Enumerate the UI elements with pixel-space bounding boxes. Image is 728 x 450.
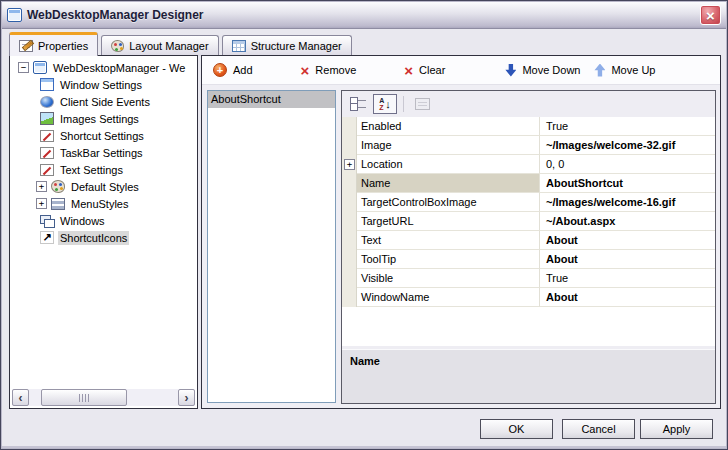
property-row-visible[interactable]: Visible True <box>342 269 715 288</box>
property-pages-button[interactable] <box>410 94 434 114</box>
form-edit-icon <box>40 130 54 142</box>
property-row-targeturl[interactable]: TargetURL ~/About.aspx <box>342 212 715 231</box>
tree-item-taskbar-settings[interactable]: TaskBar Settings <box>10 144 197 161</box>
property-value[interactable]: ~/About.aspx <box>540 212 715 231</box>
property-name[interactable]: Name <box>357 174 540 193</box>
property-row-tooltip[interactable]: ToolTip About <box>342 250 715 269</box>
property-value[interactable]: True <box>540 117 715 136</box>
move-up-button[interactable]: Move Up <box>590 62 659 79</box>
tree-item-root[interactable]: WebDesktopManager - We <box>10 59 197 76</box>
property-row-image[interactable]: Image ~/Images/welcome-32.gif <box>342 136 715 155</box>
move-down-button[interactable]: Move Down <box>501 62 584 79</box>
property-value[interactable]: About <box>540 231 715 250</box>
list-item-aboutshortcut[interactable]: AboutShortcut <box>208 91 335 108</box>
shortcuts-editor-panel: Add Remove Clear Move Down Move Up About… <box>201 55 721 409</box>
property-name[interactable]: Location <box>357 155 540 174</box>
tree-item-text-settings[interactable]: Text Settings <box>10 161 197 178</box>
property-name[interactable]: Image <box>357 136 540 155</box>
property-name[interactable]: TargetControlBoxImage <box>357 193 540 212</box>
remove-button[interactable]: Remove <box>297 61 361 80</box>
close-button[interactable] <box>700 5 721 25</box>
scrollbar-track[interactable] <box>29 389 178 406</box>
collapse-icon[interactable] <box>18 62 29 73</box>
expand-icon[interactable] <box>344 159 355 170</box>
property-name[interactable]: WindowName <box>357 288 540 307</box>
property-row-location[interactable]: Location 0, 0 <box>342 155 715 174</box>
app-window-icon <box>33 61 47 74</box>
alphabetical-sort-button[interactable] <box>373 94 397 114</box>
shortcut-arrow-icon <box>40 231 54 244</box>
property-value[interactable]: AboutShortcut <box>540 174 715 193</box>
tree-item-label: Default Styles <box>69 180 141 194</box>
property-name[interactable]: Visible <box>357 269 540 288</box>
property-row-windowname[interactable]: WindowName About <box>342 288 715 307</box>
property-row-text[interactable]: Text About <box>342 231 715 250</box>
ok-button[interactable]: OK <box>480 419 553 439</box>
collection-toolbar: Add Remove Clear Move Down Move Up <box>202 56 720 85</box>
move-up-label: Move Up <box>611 64 655 76</box>
tree-item-default-styles[interactable]: Default Styles <box>10 178 197 195</box>
property-row-name[interactable]: Name AboutShortcut <box>342 174 715 193</box>
property-pages-icon <box>415 98 430 110</box>
scroll-right-icon[interactable] <box>178 389 195 406</box>
toolbar-separator <box>403 96 404 112</box>
expand-icon[interactable] <box>36 198 47 209</box>
tab-properties[interactable]: Properties <box>9 32 98 56</box>
scroll-left-icon[interactable] <box>12 389 29 406</box>
tree-item-label: Windows <box>58 214 107 228</box>
remove-label: Remove <box>315 64 356 76</box>
tree-item-label: Client Side Events <box>58 95 152 109</box>
tree-item-window-settings[interactable]: Window Settings <box>10 76 197 93</box>
property-value[interactable]: ~/Images/welcome-16.gif <box>540 193 715 212</box>
expand-icon[interactable] <box>36 181 47 192</box>
titlebar[interactable]: WebDesktopManager Designer <box>2 2 726 29</box>
window-icon <box>40 78 54 91</box>
tree-horizontal-scrollbar[interactable] <box>12 389 195 406</box>
property-value[interactable]: 0, 0 <box>540 155 715 174</box>
settings-tree-panel: WebDesktopManager - We Window Settings C… <box>9 55 198 409</box>
tab-strip: Properties Layout Manager Structure Mana… <box>9 32 352 56</box>
cancel-button[interactable]: Cancel <box>562 419 635 439</box>
add-label: Add <box>233 64 253 76</box>
property-value[interactable]: True <box>540 269 715 288</box>
add-button[interactable]: Add <box>209 61 257 79</box>
cascade-windows-icon <box>40 215 54 227</box>
clear-label: Clear <box>419 64 445 76</box>
apply-button[interactable]: Apply <box>640 419 713 439</box>
tree-item-label: WebDesktopManager - We <box>51 61 187 75</box>
property-value[interactable]: About <box>540 288 715 307</box>
tree-item-client-side-events[interactable]: Client Side Events <box>10 93 197 110</box>
tab-label: Structure Manager <box>251 40 342 52</box>
tree-item-windows[interactable]: Windows <box>10 212 197 229</box>
scrollbar-thumb[interactable] <box>41 389 127 406</box>
tree-item-label: ShortcutIcons <box>58 231 129 245</box>
categorized-button[interactable] <box>346 94 370 114</box>
categorized-icon <box>349 97 367 111</box>
tab-layout-manager[interactable]: Layout Manager <box>101 35 219 56</box>
clear-button[interactable]: Clear <box>400 61 449 80</box>
move-down-label: Move Down <box>522 64 580 76</box>
property-value[interactable]: About <box>540 250 715 269</box>
property-value[interactable]: ~/Images/welcome-32.gif <box>540 136 715 155</box>
tree-item-menustyles[interactable]: MenuStyles <box>10 195 197 212</box>
clear-x-icon <box>404 63 413 78</box>
menu-styles-icon <box>51 198 65 210</box>
tree-item-shortcut-settings[interactable]: Shortcut Settings <box>10 127 197 144</box>
settings-tree: WebDesktopManager - We Window Settings C… <box>10 56 197 246</box>
tab-label: Layout Manager <box>129 40 209 52</box>
tree-item-shortcuticons[interactable]: ShortcutIcons <box>10 229 197 246</box>
property-row-enabled[interactable]: Enabled True <box>342 117 715 136</box>
property-name[interactable]: ToolTip <box>357 250 540 269</box>
dialog-window: WebDesktopManager Designer Properties La… <box>0 0 728 450</box>
table-grid-icon <box>232 40 246 52</box>
tree-item-images-settings[interactable]: Images Settings <box>10 110 197 127</box>
tab-structure-manager[interactable]: Structure Manager <box>222 35 352 56</box>
property-row-targetcontrolboximage[interactable]: TargetControlBoxImage ~/Images/welcome-1… <box>342 193 715 212</box>
property-name[interactable]: Enabled <box>357 117 540 136</box>
shortcut-list[interactable]: AboutShortcut <box>207 90 336 403</box>
tree-item-label: TaskBar Settings <box>58 146 145 160</box>
events-sphere-icon <box>40 96 54 108</box>
property-name[interactable]: TargetURL <box>357 212 540 231</box>
property-name[interactable]: Text <box>357 231 540 250</box>
az-sort-icon <box>379 97 391 111</box>
